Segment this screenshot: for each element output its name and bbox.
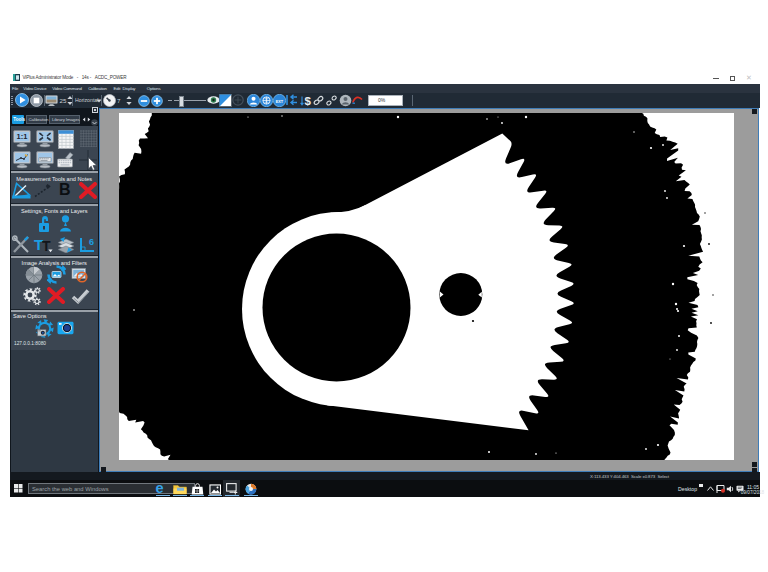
svg-text:1:1: 1:1 xyxy=(17,132,28,141)
svg-text:$: $ xyxy=(305,95,312,107)
svg-text:EXT: EXT xyxy=(276,99,284,103)
svg-text:6: 6 xyxy=(89,237,94,247)
